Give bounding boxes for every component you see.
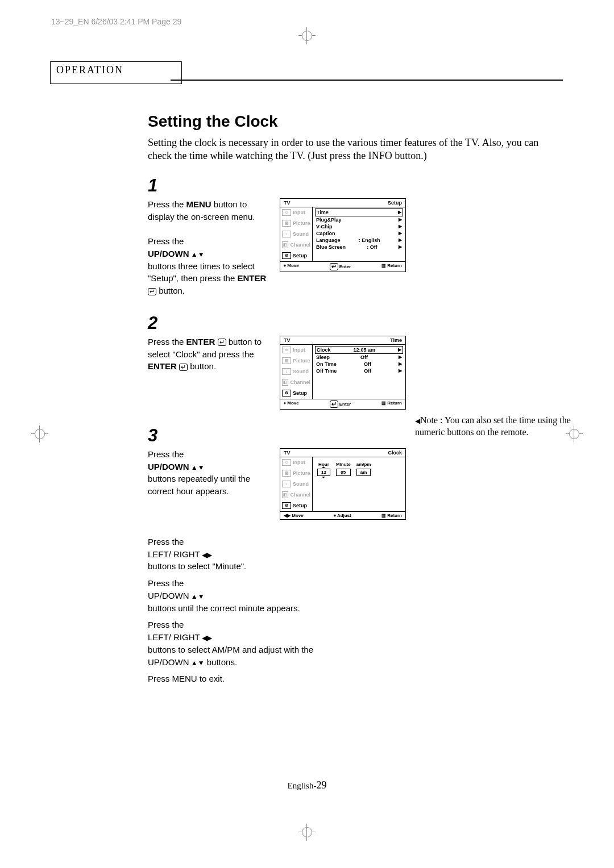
hour-field: 12 xyxy=(317,469,330,476)
section-heading: OPERATION xyxy=(50,61,182,84)
enter-icon: ↵ xyxy=(218,339,226,346)
section-rule xyxy=(171,80,563,81)
ampm-field: am xyxy=(356,469,371,476)
content-area: Setting the Clock Setting the clock is n… xyxy=(148,112,557,690)
step-number: 2 xyxy=(148,313,557,333)
osd-time: TV Time ▭Input ▤Picture ♪Sound ◧Channel … xyxy=(280,336,406,410)
step-text: Press the MENU button to display the on-… xyxy=(148,198,273,297)
crop-mark-top xyxy=(298,27,316,44)
side-note: Note : You can also set the time using t… xyxy=(415,415,580,439)
page-footer: English-29 xyxy=(288,779,327,791)
osd-tv-label: TV xyxy=(284,450,291,456)
osd-clock-main: Hour12 Minute05 am/pmam xyxy=(313,457,405,511)
up-down-icon: UP/DOWN xyxy=(148,462,205,471)
input-icon: ▭ xyxy=(282,209,291,216)
up-down-icon: UP/DOWN xyxy=(148,591,205,600)
osd-title: Clock xyxy=(388,450,402,456)
osd-sidebar: ▭Input ▤Picture ♪Sound ◧Channel ⚙Setup xyxy=(280,345,313,399)
osd-main: Time▶ Plug&Play▶ V-Chip▶ Caption▶ Langua… xyxy=(313,207,405,261)
osd-title: Time xyxy=(390,337,402,343)
osd-footer: ◀▶ Move ♦ Adjust ▥ Return xyxy=(280,511,405,519)
sound-icon: ♪ xyxy=(282,231,291,237)
left-right-icon: LEFT/ RIGHT xyxy=(148,632,212,642)
setup-icon: ⚙ xyxy=(282,252,291,259)
channel-icon: ◧ xyxy=(282,241,288,248)
enter-icon: ↵ xyxy=(148,288,156,295)
osd-footer: ♦ Move ↵ Enter ▥ Return xyxy=(280,399,405,409)
picture-icon: ▤ xyxy=(282,220,291,227)
minute-field: 05 xyxy=(336,469,351,476)
step-1: 1 Press the MENU button to display the o… xyxy=(148,176,557,297)
crop-mark-bottom xyxy=(298,824,316,841)
step-2: 2 Press the ENTER ↵ button to select "Cl… xyxy=(148,313,557,410)
enter-icon: ↵ xyxy=(179,364,188,371)
osd-setup: TV Setup ▭Input ▤Picture ♪Sound ◧Channel… xyxy=(280,198,406,272)
osd-sidebar: ▭Input ▤Picture ♪Sound ◧Channel ⚙Setup xyxy=(280,457,313,511)
step-number: 1 xyxy=(148,176,557,196)
page-title: Setting the Clock xyxy=(148,112,557,131)
up-down-icon: UP/DOWN xyxy=(148,657,205,667)
osd-clock: TV Clock ▭Input ▤Picture ♪Sound ◧Channel… xyxy=(280,448,406,520)
step-3: 3 Press the UP/DOWN buttons repeatedly u… xyxy=(148,425,557,685)
osd-sidebar: ▭Input ▤Picture ♪Sound ◧Channel ⚙Setup xyxy=(280,207,313,261)
osd-footer: ♦ Move ↵ Enter ▥ Return xyxy=(280,261,405,272)
print-header: 13~29_EN 6/26/03 2:41 PM Page 29 xyxy=(51,17,181,26)
manual-page: 13~29_EN 6/26/03 2:41 PM Page 29 OPERATI… xyxy=(0,0,614,868)
osd-tv-label: TV xyxy=(284,200,291,206)
intro-text: Setting the clock is necessary in order … xyxy=(148,136,557,163)
step-3-extra: Press the LEFT/ RIGHT buttons to select … xyxy=(148,536,318,685)
up-down-icon: UP/DOWN xyxy=(148,249,205,258)
step-text: Press the ENTER ↵ button to select "Cloc… xyxy=(148,336,273,373)
left-right-icon: LEFT/ RIGHT xyxy=(148,549,212,559)
crop-mark-left xyxy=(31,425,48,443)
osd-title: Setup xyxy=(388,200,402,206)
step-text: Press the UP/DOWN buttons repeatedly unt… xyxy=(148,448,273,498)
osd-tv-label: TV xyxy=(284,337,291,343)
osd-main: Clock12:05 am▶ SleepOff▶ On TimeOff▶ Off… xyxy=(313,345,405,399)
